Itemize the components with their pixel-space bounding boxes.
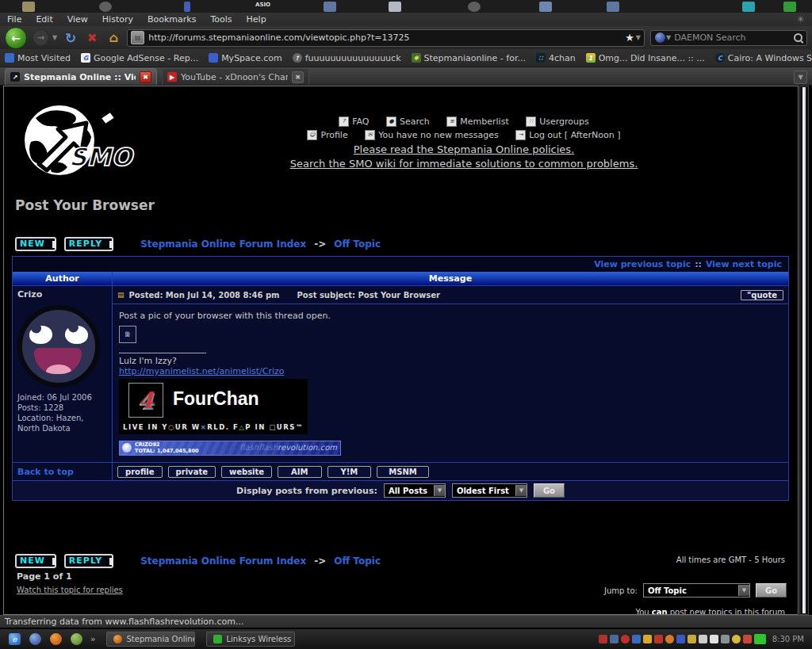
desktop-icon[interactable] xyxy=(184,2,190,12)
tray-icon-shield[interactable] xyxy=(643,635,652,643)
tray-icon-audio[interactable] xyxy=(654,635,663,643)
menu-help[interactable]: Help xyxy=(239,14,274,25)
tray-icon[interactable] xyxy=(665,635,674,643)
messages-link[interactable]: ✉You have no new messages xyxy=(365,130,499,140)
tab-youtube[interactable]: ▶ YouTube - xDnoon's Channel ✖ xyxy=(162,68,309,85)
desktop-icon[interactable] xyxy=(742,2,755,12)
profile-button[interactable]: profile xyxy=(117,466,163,478)
vertical-scrollbar[interactable] xyxy=(799,86,809,615)
tray-icon-lock[interactable] xyxy=(688,635,696,643)
memberlist-link[interactable]: ≡Memberlist xyxy=(446,116,508,127)
reload-button[interactable]: ↻ xyxy=(63,30,79,46)
view-previous-topic-link[interactable]: View previous topic xyxy=(594,259,691,269)
globe-icon[interactable] xyxy=(71,633,82,645)
taskbar-button-linksys[interactable]: Linksys Wireless Net... xyxy=(206,632,295,647)
breadcrumb-forum-index[interactable]: Stepmania Online Forum Index xyxy=(140,239,306,250)
jump-to-select[interactable]: Off Topic▼ xyxy=(643,583,750,597)
tray-icon-disc[interactable] xyxy=(732,635,741,643)
bookmark-cairo-shell[interactable]: CCairo: A Windows Shel... xyxy=(715,53,812,63)
back-button[interactable]: ← xyxy=(5,27,27,49)
tray-icon-volume[interactable] xyxy=(710,635,718,643)
posts-filter-select[interactable]: All Posts▼ xyxy=(384,483,446,498)
ffr-signature-banner[interactable]: CRIZO92 TOTAL: 1,047,045,800 flashflashr… xyxy=(119,441,341,456)
home-button[interactable]: ⌂ xyxy=(105,30,121,45)
signature-link[interactable]: http://myanimelist.net/animelist/Crizo xyxy=(119,366,284,376)
firefox-icon[interactable] xyxy=(50,633,62,645)
desktop-icon[interactable] xyxy=(99,2,112,12)
tab-stepmania-online[interactable]: ↗ Stepmania Online :: View topic - ... ✖ xyxy=(5,68,157,85)
bookmark-most-visited[interactable]: Most Visited xyxy=(5,53,71,63)
yim-button[interactable]: Y!M xyxy=(327,466,372,478)
bookmark-google-adsense[interactable]: GGoogle AdSense - Rep... xyxy=(81,53,198,63)
private-message-button[interactable]: private xyxy=(168,466,216,478)
tray-icon[interactable] xyxy=(610,635,619,643)
smo-logo[interactable]: SMO xyxy=(18,101,137,183)
tray-icon-display[interactable] xyxy=(632,635,641,643)
list-all-tabs-button[interactable]: ▼ xyxy=(794,71,807,84)
aim-button[interactable]: AIM xyxy=(278,466,321,478)
menu-view[interactable]: View xyxy=(60,14,95,25)
chevron-down-icon[interactable]: ▼ xyxy=(738,585,749,596)
reply-button[interactable]: REPLY xyxy=(64,237,113,251)
desktop-icon[interactable] xyxy=(783,2,796,12)
menu-history[interactable]: History xyxy=(95,14,140,25)
reply-button[interactable]: REPLY xyxy=(64,554,113,568)
broken-image-icon[interactable]: 🗎 xyxy=(119,326,136,343)
bookmark-star-icon[interactable]: ★ xyxy=(625,32,634,44)
back-to-top-link[interactable]: Back to top xyxy=(13,467,74,477)
faq-link[interactable]: ?FAQ xyxy=(339,116,369,127)
wiki-link[interactable]: Search the SMO wiki for immediate soluti… xyxy=(147,158,781,170)
chevron-down-icon[interactable]: ▼ xyxy=(515,485,527,496)
new-topic-button[interactable]: NEW xyxy=(15,554,56,568)
scrollbar-thumb[interactable] xyxy=(802,87,806,613)
internet-explorer-icon[interactable]: e xyxy=(9,633,21,645)
url-dropdown-icon[interactable]: ▼ xyxy=(636,34,641,41)
jump-go-button[interactable]: Go xyxy=(756,583,787,597)
logout-link[interactable]: →Log out [ AfterNoon ] xyxy=(515,130,620,140)
tray-icon-wireless[interactable] xyxy=(754,634,766,644)
search-engine-icon[interactable] xyxy=(655,32,665,43)
breadcrumb-off-topic[interactable]: Off Topic xyxy=(334,239,381,250)
go-button[interactable]: Go xyxy=(534,483,565,498)
taskbar-button-firefox[interactable]: Stepmania Online :: V... xyxy=(106,632,195,647)
search-engine-dropdown-icon[interactable]: ▼ xyxy=(666,34,671,41)
menu-edit[interactable]: Edit xyxy=(29,14,59,25)
bookmark-myspace[interactable]: MySpace.com xyxy=(209,53,282,63)
watch-topic-link[interactable]: Watch this topic for replies xyxy=(17,586,123,594)
tray-icon-daemon[interactable] xyxy=(621,635,630,643)
tray-icon[interactable] xyxy=(676,635,685,643)
quote-button[interactable]: "quote xyxy=(741,290,783,300)
url-text[interactable]: http://forums.stepmaniaonline.com/viewto… xyxy=(148,32,621,43)
desktop-icon[interactable] xyxy=(324,2,336,12)
bookmark-stepmaniaonline[interactable]: ✱Stepmaniaonline - for... xyxy=(412,53,526,63)
menu-bookmarks[interactable]: Bookmarks xyxy=(140,14,203,25)
fourchan-signature-image[interactable]: 4 FourChan LIVE IN Y○UR W×RLD. F△P IN □U… xyxy=(119,379,308,434)
profile-link[interactable]: ☺Profile xyxy=(307,130,347,140)
new-topic-button[interactable]: NEW xyxy=(15,237,56,251)
desktop-icon[interactable] xyxy=(468,2,481,12)
breadcrumb-forum-index[interactable]: Stepmania Online Forum Index xyxy=(140,555,306,567)
bookmark-omg-insane[interactable]: 1Omg... Did Insane... :: ... xyxy=(586,53,705,63)
tray-icon[interactable] xyxy=(599,635,607,643)
sort-order-select[interactable]: Oldest First▼ xyxy=(452,483,527,498)
media-player-icon[interactable] xyxy=(29,633,41,645)
desktop-icon-asio[interactable]: ASIO xyxy=(255,2,270,8)
tray-icon-signal[interactable] xyxy=(699,635,707,643)
search-input[interactable]: DAEMON Search xyxy=(674,32,791,43)
usergroups-link[interactable]: ∷Usergroups xyxy=(526,116,589,127)
desktop-icon[interactable] xyxy=(22,2,35,12)
tray-icon[interactable] xyxy=(743,635,752,643)
search-icon[interactable] xyxy=(794,33,802,42)
menu-tools[interactable]: Tools xyxy=(203,14,239,25)
search-bar[interactable]: ▼ DAEMON Search xyxy=(650,30,807,46)
tray-icon-phone[interactable] xyxy=(721,635,730,643)
menu-file[interactable]: File xyxy=(0,14,29,25)
url-bar[interactable]: ▤ http://forums.stepmaniaonline.com/view… xyxy=(127,29,645,47)
msnm-button[interactable]: MSNM xyxy=(377,466,428,478)
website-button[interactable]: website xyxy=(221,466,272,478)
forward-button[interactable]: → xyxy=(33,29,49,46)
bookmark-4chan[interactable]: ∷4chan xyxy=(536,53,576,63)
search-link[interactable]: ●Search xyxy=(386,116,430,127)
author-name[interactable]: Crizo xyxy=(17,289,107,300)
close-tab-icon[interactable]: ✖ xyxy=(140,71,151,83)
